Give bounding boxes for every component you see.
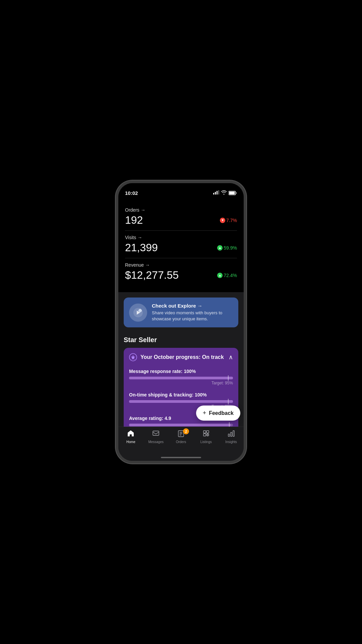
shipping-progress-bar [129,400,233,403]
revenue-row: $12,277.55 ▲ 72.4% [125,269,237,281]
insights-icon [228,430,235,439]
svg-rect-12 [203,431,206,433]
feedback-button[interactable]: + Feedback [196,406,240,421]
explore-title: Check out Explore → [152,303,233,309]
rating-target-tick [229,422,230,427]
progress-header[interactable]: Your October progress: On track ∧ [124,348,238,366]
svg-rect-13 [206,431,209,433]
nav-listings[interactable]: Listings [196,430,216,444]
nav-orders-label: Orders [176,440,186,444]
star-seller-title: Star Seller [118,333,244,348]
nav-messages[interactable]: Messages [146,430,166,444]
messages-icon [152,430,160,439]
signal-icon [213,190,219,196]
bottom-nav: Home Messages 2 Orders [118,427,244,454]
notch [159,183,203,193]
stats-section: Orders → 192 ▼ 7.7% Visits → [118,198,244,292]
visits-change: ▲ 59.9% [217,245,237,251]
visits-up-icon: ▲ [217,245,223,251]
shipping-bar-fill [129,400,233,403]
nav-home[interactable]: Home [121,430,141,444]
nav-insights-label: Insights [225,440,237,444]
message-progress-bar [129,377,233,379]
metric-message-label: Message response rate: 100% [129,369,233,374]
orders-change: ▼ 7.7% [220,218,237,223]
svg-rect-14 [203,434,206,436]
revenue-value: $12,277.55 [125,269,179,281]
battery-icon [229,191,237,195]
shipping-target-tick [228,399,229,404]
revenue-label: Revenue → [125,262,237,268]
nav-home-label: Home [126,440,135,444]
progress-header-left: Your October progress: On track [129,353,224,361]
svg-rect-17 [231,432,232,436]
svg-rect-3 [218,190,219,195]
orders-row: 192 ▼ 7.7% [125,214,237,226]
wifi-icon [221,190,227,196]
orders-label: Orders → [125,207,237,213]
status-icons [213,190,237,196]
svg-rect-1 [215,192,216,195]
svg-rect-18 [233,431,234,436]
orders-value: 192 [125,214,143,226]
nav-insights[interactable]: Insights [221,430,241,444]
visits-row: 21,399 ▲ 59.9% [125,241,237,254]
svg-rect-6 [229,192,235,194]
revenue-change: ▲ 72.4% [217,273,237,278]
visits-label: Visits → [125,235,237,240]
home-bar [161,457,201,458]
revenue-stat[interactable]: Revenue → $12,277.55 ▲ 72.4% [125,258,237,285]
explore-banner[interactable]: Check out Explore → Share video moments … [124,298,238,327]
scroll-content[interactable]: Orders → 192 ▼ 7.7% Visits → [118,198,244,427]
svg-rect-0 [213,193,214,195]
star-badge-icon [129,353,137,361]
rating-progress-bar [129,424,233,426]
rating-bar-fill [129,424,231,426]
message-target-tick [228,375,229,381]
explore-description: Share video moments with buyers to showc… [152,310,233,322]
explore-icon [129,304,147,322]
visits-value: 21,399 [125,241,158,254]
nav-orders[interactable]: 2 Orders [171,430,191,444]
explore-text-block: Check out Explore → Share video moments … [152,303,233,322]
nav-listings-label: Listings [200,440,212,444]
listings-icon [202,430,210,439]
feedback-plus-icon: + [203,410,206,417]
status-time: 10:02 [125,190,138,196]
phone-frame: 10:02 [116,180,246,464]
message-bar-fill [129,377,233,379]
progress-title: Your October progress: On track [140,354,224,360]
svg-rect-10 [153,431,159,435]
chevron-up-icon: ∧ [229,354,233,361]
metric-shipping-label: On-time shipping & tracking: 100% [129,392,233,397]
home-icon [127,430,134,439]
message-target-label: Target: 95% [129,381,233,385]
orders-stat[interactable]: Orders → 192 ▼ 7.7% [125,203,237,231]
metric-message-response: Message response rate: 100% Target: 95% [129,369,233,385]
orders-badge: 2 [183,428,189,434]
revenue-up-icon: ▲ [217,273,223,278]
svg-rect-2 [217,191,218,195]
svg-rect-5 [236,192,237,194]
orders-down-icon: ▼ [220,218,225,223]
feedback-label: Feedback [209,410,234,416]
svg-rect-16 [228,434,230,436]
home-indicator [118,454,244,461]
visits-stat[interactable]: Visits → 21,399 ▲ 59.9% [125,231,237,258]
nav-messages-label: Messages [148,440,164,444]
